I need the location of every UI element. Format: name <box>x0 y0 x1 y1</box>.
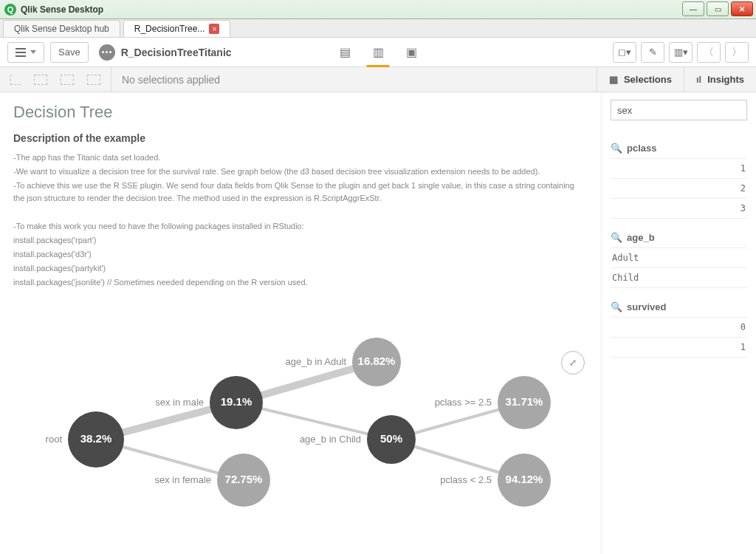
decision-tree-chart[interactable]: root38.2%sex in male19.1%sex in female72… <box>7 292 591 543</box>
svg-text:pclass >= 2.5: pclass >= 2.5 <box>435 397 492 408</box>
next-sheet-button[interactable]: 〉 <box>725 42 749 63</box>
app-name-label: R_DecisionTreeTitanic <box>121 47 232 58</box>
story-view-icon[interactable]: ▣ <box>406 45 417 59</box>
svg-text:sex in female: sex in female <box>154 474 211 485</box>
step-back-icon[interactable] <box>34 75 47 85</box>
save-button-label: Save <box>58 47 80 58</box>
selections-tool-label: Selections <box>624 74 672 85</box>
svg-text:94.12%: 94.12% <box>506 473 543 485</box>
app-name-chip[interactable]: R_DecisionTreeTitanic <box>99 44 232 61</box>
insights-button[interactable]: ıl Insights <box>684 67 756 92</box>
dim-ageb-label: age_b <box>627 232 655 243</box>
insights-icon: ıl <box>696 74 701 85</box>
tab-hub-label: Qlik Sense Desktop hub <box>14 24 109 34</box>
filter-value[interactable]: 3 <box>611 199 747 219</box>
dim-survived-header[interactable]: 🔍survived <box>611 301 747 312</box>
chevron-right-icon: 〉 <box>732 46 742 59</box>
analyze-view-icon[interactable]: ▥ <box>373 45 384 59</box>
dim-survived-label: survived <box>627 301 666 312</box>
description-line: -To make this work you need to have the … <box>13 220 582 233</box>
hamburger-icon <box>16 48 26 57</box>
description-line: -The app has the Titanic data set loaded… <box>13 151 582 164</box>
sheet-canvas: Decision Tree Description of the example… <box>0 92 601 554</box>
svg-text:31.71%: 31.71% <box>506 395 543 408</box>
window-maximize-button[interactable]: ▭ <box>707 1 729 16</box>
svg-text:age_b in Adult: age_b in Adult <box>286 356 347 367</box>
window-title: Qlik Sense Desktop <box>21 4 103 15</box>
pencil-icon: ✎ <box>649 47 657 58</box>
close-tab-icon[interactable]: × <box>209 24 219 34</box>
svg-text:pclass < 2.5: pclass < 2.5 <box>440 474 492 485</box>
tab-active-label: R_DecisionTree... <box>134 24 205 34</box>
filter-value[interactable]: 0 <box>611 318 747 338</box>
save-button[interactable]: Save <box>50 42 89 63</box>
section-title: Description of the example <box>13 132 588 144</box>
step-forward-icon[interactable] <box>61 75 74 85</box>
svg-text:16.82%: 16.82% <box>358 355 396 367</box>
svg-text:root: root <box>46 434 63 445</box>
sheets-icon: ▥▾ <box>674 47 688 58</box>
clear-all-icon[interactable] <box>87 75 100 85</box>
smart-search-icon[interactable] <box>10 75 21 85</box>
dimension-search-input[interactable] <box>611 100 747 120</box>
description-line: install.packages('d3r') <box>13 248 582 261</box>
app-tab-strip: Qlik Sense Desktop hub R_DecisionTree...… <box>0 19 756 38</box>
filter-value[interactable]: 1 <box>611 159 747 179</box>
page-title: Decision Tree <box>13 103 588 122</box>
edit-button[interactable]: ✎ <box>641 42 664 63</box>
sheets-button[interactable]: ▥▾ <box>669 42 693 63</box>
window-minimize-button[interactable]: — <box>682 1 704 16</box>
svg-text:72.75%: 72.75% <box>225 473 263 485</box>
tab-hub[interactable]: Qlik Sense Desktop hub <box>3 20 120 37</box>
notes-view-icon[interactable]: ▤ <box>340 45 351 59</box>
selections-grid-icon: ▦ <box>609 74 618 85</box>
search-icon: 🔍 <box>611 301 622 312</box>
filter-value[interactable]: Adult <box>611 248 747 268</box>
dim-pclass-header[interactable]: 🔍pclass <box>611 143 747 154</box>
svg-text:38.2%: 38.2% <box>80 432 112 445</box>
description-line <box>13 206 582 219</box>
selections-tool-button[interactable]: ▦ Selections <box>597 67 684 92</box>
view-mode-group: ▤ ▥ ▣ <box>340 38 417 67</box>
tab-active-app[interactable]: R_DecisionTree... × <box>123 20 231 37</box>
dim-ageb-header[interactable]: 🔍age_b <box>611 232 747 243</box>
description-line: -We want to visualize a decision tree fo… <box>13 165 582 178</box>
description-line: -To achieve this we use the R SSE plugin… <box>13 179 582 205</box>
description-line: install.packages('jsonlite') // Sometime… <box>13 276 582 289</box>
filter-value[interactable]: 2 <box>611 179 747 199</box>
filter-value[interactable]: 1 <box>611 338 747 358</box>
no-selections-label: No selections applied <box>111 67 220 92</box>
filter-panel: 🔍pclass 123 🔍age_b AdultChild 🔍survived … <box>601 92 756 554</box>
description-line: install.packages('partykit') <box>13 262 582 275</box>
svg-text:sex in male: sex in male <box>155 397 204 408</box>
menu-button[interactable] <box>7 42 44 63</box>
window-titlebar: Q Qlik Sense Desktop — ▭ ✕ <box>0 0 756 19</box>
svg-text:19.1%: 19.1% <box>221 395 252 408</box>
app-icon: Q <box>4 4 16 16</box>
bookmark-icon: ◻▾ <box>618 47 631 58</box>
search-icon: 🔍 <box>611 143 622 154</box>
svg-text:50%: 50% <box>380 432 402 445</box>
filter-value[interactable]: Child <box>611 268 747 288</box>
svg-text:age_b in Child: age_b in Child <box>300 434 361 445</box>
main-toolbar: Save R_DecisionTreeTitanic ▤ ▥ ▣ ◻▾ ✎ ▥▾… <box>0 38 756 67</box>
caret-down-icon <box>30 50 36 54</box>
prev-sheet-button[interactable]: 〈 <box>697 42 721 63</box>
insights-label: Insights <box>707 74 744 85</box>
selections-bar: No selections applied ▦ Selections ıl In… <box>0 67 756 92</box>
search-icon: 🔍 <box>611 232 622 243</box>
description-text: -The app has the Titanic data set loaded… <box>13 151 582 289</box>
app-dot-icon <box>99 44 115 61</box>
window-close-button[interactable]: ✕ <box>731 1 753 16</box>
description-line: install.packages('rpart') <box>13 234 582 247</box>
bookmarks-button[interactable]: ◻▾ <box>613 42 636 63</box>
chevron-left-icon: 〈 <box>704 46 714 59</box>
dim-pclass-label: pclass <box>627 143 656 154</box>
